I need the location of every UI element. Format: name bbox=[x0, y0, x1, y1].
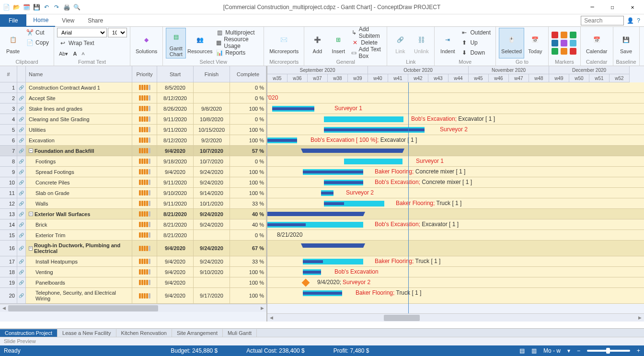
zoom-slider[interactable] bbox=[587, 350, 630, 352]
start-cell[interactable]: 9/11/2020 bbox=[157, 198, 194, 209]
finish-cell[interactable]: 10/7/2020 bbox=[194, 156, 230, 167]
gantt-row[interactable]: Baker Flooring; Truck [ 1 ] bbox=[267, 288, 644, 304]
paste-button[interactable]: 📋Paste bbox=[3, 28, 23, 58]
task-name-cell[interactable]: −Rough-in Ductwork, Plumbing and Electri… bbox=[26, 241, 132, 256]
font-family-select[interactable]: Arial bbox=[57, 28, 107, 37]
priority-cell[interactable] bbox=[132, 93, 157, 103]
col-header-indicator[interactable] bbox=[17, 66, 26, 82]
task-name-cell[interactable]: Brick bbox=[26, 219, 132, 230]
view-gantt-icon[interactable]: ▤ bbox=[519, 347, 525, 354]
finish-cell[interactable]: 10/7/2020 bbox=[194, 146, 230, 156]
summary-bar[interactable] bbox=[303, 149, 402, 153]
priority-cell[interactable] bbox=[132, 277, 157, 288]
gantt-chart-button[interactable]: ▤Gantt Chart bbox=[166, 28, 186, 58]
help-icon[interactable]: ? bbox=[637, 17, 640, 24]
finish-cell[interactable]: 9/24/2020 bbox=[194, 241, 230, 256]
chart-scroll-left[interactable]: ◀ bbox=[267, 314, 276, 322]
task-name-cell[interactable]: Spread Footings bbox=[26, 167, 132, 177]
start-cell[interactable]: 8/21/2020 bbox=[157, 209, 194, 219]
font-size-select[interactable]: 10 bbox=[108, 28, 127, 37]
gantt-row[interactable]: Surveyor 2 bbox=[267, 188, 644, 198]
priority-cell[interactable] bbox=[132, 146, 157, 156]
slide-preview-bar[interactable]: Slide Preview bbox=[0, 337, 644, 345]
qat-calendar-icon[interactable]: 🗓️ bbox=[22, 3, 31, 11]
task-bar[interactable] bbox=[324, 116, 403, 122]
resources-button[interactable]: 👥Resources bbox=[187, 28, 213, 58]
priority-cell[interactable] bbox=[132, 230, 157, 241]
person-icon[interactable]: 👤 bbox=[627, 17, 634, 24]
task-name-cell[interactable]: Exterior Trim bbox=[26, 230, 132, 241]
project-tab[interactable]: Muli Gantt bbox=[223, 329, 257, 337]
complete-cell[interactable]: 0 % bbox=[230, 82, 266, 93]
col-header-number[interactable]: # bbox=[0, 66, 17, 82]
gantt-row[interactable]: 9/4/2020; Surveyor 2 bbox=[267, 277, 644, 288]
add-subitem-button[interactable]: ↳Add Subitem bbox=[349, 28, 384, 37]
task-bar[interactable] bbox=[344, 159, 402, 164]
zoom-out-icon[interactable]: − bbox=[577, 347, 580, 354]
close-button[interactable]: ✕ bbox=[623, 0, 642, 14]
grid-scroll-left[interactable]: ◀ bbox=[0, 304, 8, 312]
solutions-button[interactable]: ◆Solutions bbox=[133, 28, 160, 58]
priority-cell[interactable] bbox=[132, 198, 157, 209]
status-mode[interactable]: Mo - w bbox=[543, 347, 561, 354]
maximize-button[interactable]: ☐ bbox=[603, 0, 622, 14]
task-name-cell[interactable]: Install Heatpumps bbox=[26, 256, 132, 267]
indent-button[interactable]: ⇥Indent bbox=[437, 28, 458, 58]
task-row[interactable]: 7🔗−Foundation and Backfill9/4/202010/7/2… bbox=[0, 146, 266, 156]
task-name-cell[interactable]: Excavation bbox=[26, 135, 132, 146]
start-cell[interactable]: 9/4/2020 bbox=[157, 267, 194, 277]
reports-button[interactable]: 📊Reports bbox=[214, 48, 261, 57]
gantt-row[interactable] bbox=[267, 146, 644, 156]
summary-bar[interactable] bbox=[303, 243, 363, 248]
qat-undo-icon[interactable]: ↶ bbox=[42, 3, 51, 11]
task-name-cell[interactable]: Clearing and Site Grading bbox=[26, 114, 132, 125]
priority-cell[interactable] bbox=[132, 156, 157, 167]
insert-button[interactable]: ⊞Insert bbox=[328, 28, 348, 58]
task-row[interactable]: 1🔗Construction Contract Award 18/5/20200… bbox=[0, 82, 266, 93]
start-cell[interactable]: 8/12/2020 bbox=[157, 135, 194, 146]
task-name-cell[interactable]: Utilities bbox=[26, 125, 132, 135]
gantt-row[interactable]: Baker Flooring; Truck [ 1 ] bbox=[267, 256, 644, 267]
complete-cell[interactable]: 33 % bbox=[230, 256, 266, 267]
goto-today-button[interactable]: 📅Today bbox=[525, 28, 545, 58]
task-row[interactable]: 16🔗−Rough-in Ductwork, Plumbing and Elec… bbox=[0, 241, 266, 256]
col-header-finish[interactable]: Finish bbox=[194, 66, 230, 82]
complete-cell[interactable]: 0 % bbox=[230, 114, 266, 125]
task-row[interactable]: 3🔗Stake lines and grades8/26/20209/8/202… bbox=[0, 103, 266, 114]
gantt-row[interactable]: Bob's Excavation; Excavator [ 1 ] bbox=[267, 114, 644, 125]
priority-cell[interactable] bbox=[132, 82, 157, 93]
complete-cell[interactable]: 0 % bbox=[230, 93, 266, 103]
markers-grid[interactable] bbox=[552, 32, 577, 55]
start-cell[interactable]: 9/4/2020 bbox=[157, 167, 194, 177]
gantt-row[interactable]: Bob's Excavation [ 100 %]; Excavator [ 1… bbox=[267, 135, 644, 146]
start-cell[interactable]: 9/10/2020 bbox=[157, 188, 194, 198]
start-cell[interactable]: 9/4/2020 bbox=[157, 241, 194, 256]
priority-cell[interactable] bbox=[132, 267, 157, 277]
qat-print-icon[interactable]: 🖨️ bbox=[62, 3, 71, 11]
task-name-cell[interactable]: Telephone, Security, and Electrical Wiri… bbox=[26, 288, 132, 304]
project-tab[interactable]: Construction Project bbox=[0, 329, 58, 337]
start-cell[interactable]: 9/4/2020 bbox=[157, 146, 194, 156]
priority-cell[interactable] bbox=[132, 219, 157, 230]
font-shrink-button[interactable]: A bbox=[80, 49, 86, 58]
milestone-marker[interactable] bbox=[302, 279, 310, 287]
task-row[interactable]: 6🔗Excavation8/12/20209/2/2020100 % bbox=[0, 135, 266, 146]
microreports-button[interactable]: ✉️Microreports bbox=[267, 28, 301, 58]
calendar-button[interactable]: 📅Calendar bbox=[584, 28, 610, 58]
chart-scroll-right[interactable]: ▶ bbox=[636, 314, 644, 322]
home-tab[interactable]: Home bbox=[26, 14, 55, 27]
view-tab[interactable]: View bbox=[55, 14, 81, 27]
complete-cell[interactable]: 40 % bbox=[230, 219, 266, 230]
start-cell[interactable]: 9/11/2020 bbox=[157, 125, 194, 135]
gantt-row[interactable]: Bob's Excavation bbox=[267, 267, 644, 277]
task-row[interactable]: 17🔗Install Heatpumps9/4/20209/24/202033 … bbox=[0, 256, 266, 267]
priority-cell[interactable] bbox=[132, 188, 157, 198]
task-row[interactable]: 18🔗Venting9/4/20209/10/2020100 % bbox=[0, 267, 266, 277]
copy-button[interactable]: 📄Copy bbox=[24, 38, 51, 47]
complete-cell[interactable]: 67 % bbox=[230, 241, 266, 256]
task-name-cell[interactable]: Footings bbox=[26, 156, 132, 167]
add-button[interactable]: ➕Add bbox=[307, 28, 327, 58]
col-header-complete[interactable]: Complete bbox=[230, 66, 266, 82]
start-cell[interactable]: 9/18/2020 bbox=[157, 156, 194, 167]
finish-cell[interactable] bbox=[194, 93, 230, 103]
